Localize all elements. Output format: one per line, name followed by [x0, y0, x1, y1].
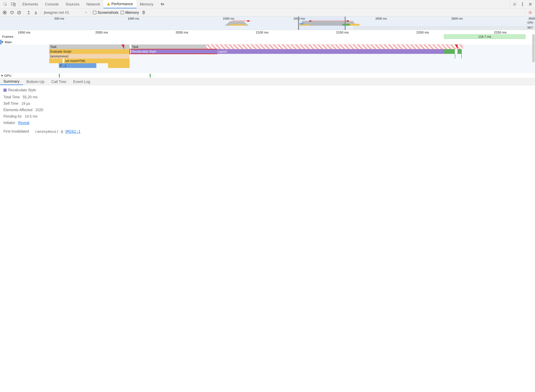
bar-label: (anonymous): [50, 55, 68, 58]
tab-elements[interactable]: Elements: [19, 0, 42, 8]
overview-selection[interactable]: [298, 17, 346, 30]
source-link[interactable]: VM262:1: [65, 130, 80, 134]
record-button[interactable]: [2, 10, 7, 15]
tab-label: Summary: [4, 79, 19, 84]
flame-bar[interactable]: [49, 59, 62, 63]
overview-minimap[interactable]: 500 ms 1000 ms 1500 ms 2000 ms 2500 ms 3…: [0, 17, 535, 30]
gpu-label: GPU: [4, 74, 11, 78]
device-toolbar-icon[interactable]: [11, 2, 16, 7]
kebab-menu-icon[interactable]: [520, 2, 525, 7]
tab-overflow[interactable]: [157, 0, 168, 8]
ruler-tick: 1950 ms: [18, 31, 30, 34]
tab-event-log[interactable]: Event Log: [70, 78, 94, 85]
download-profile-icon[interactable]: [33, 10, 38, 15]
flame-bar-evaluate-script[interactable]: Evaluate Script: [49, 49, 129, 54]
tab-label: Sources: [66, 2, 80, 6]
gpu-track: GPU: [0, 73, 535, 78]
performance-toolbar: jlwagner.net #1 Screenshots Memory: [0, 9, 535, 17]
main-track-header[interactable]: Main: [0, 40, 535, 44]
ov-tick: 1500 ms: [223, 17, 234, 20]
flame-bar[interactable]: [108, 63, 130, 68]
flame-bar-long-task[interactable]: [206, 44, 463, 49]
gpu-activity-tick[interactable]: [150, 74, 151, 78]
flame-bar-layout[interactable]: Layout: [217, 49, 444, 54]
tab-call-tree[interactable]: Call Tree: [48, 78, 70, 85]
checkbox-label: Memory: [125, 10, 139, 15]
svg-rect-2: [14, 4, 15, 6]
flame-bar-anonymous[interactable]: (anonymous): [49, 54, 129, 59]
kv-pending-for: Pending for 14.5 ms: [4, 114, 531, 118]
svg-point-4: [522, 2, 523, 3]
vertical-scrollbar[interactable]: [532, 34, 535, 62]
flame-chart[interactable]: Task Task Evaluate Script Recalculate St…: [0, 44, 535, 73]
ruler-tick: 2050 ms: [176, 31, 188, 34]
memory-checkbox[interactable]: Memory: [121, 10, 139, 15]
reveal-link[interactable]: Reveal: [18, 121, 29, 125]
flame-bar-sliver[interactable]: [461, 54, 462, 59]
tab-bottom-up[interactable]: Bottom-Up: [23, 78, 48, 85]
kv-value: 14.5 ms: [25, 114, 38, 118]
flame-bar-task[interactable]: Task: [49, 44, 129, 49]
svg-rect-17: [247, 20, 249, 22]
separator: [41, 10, 41, 15]
close-devtools-icon[interactable]: [528, 2, 533, 7]
svg-rect-15: [350, 24, 359, 26]
kv-value: 19 µs: [21, 102, 30, 106]
bar-label: set innerHTML: [65, 59, 86, 63]
tab-summary[interactable]: Summary: [0, 78, 23, 85]
main-label: Main: [5, 40, 12, 44]
gpu-track-header[interactable]: GPU: [0, 73, 535, 78]
settings-gear-icon[interactable]: [512, 2, 517, 7]
bar-label: Task: [50, 45, 56, 49]
capture-settings-gear-icon[interactable]: [528, 10, 533, 15]
long-task-marker-icon: [455, 44, 458, 49]
bar-label: Evaluate Script: [50, 50, 71, 53]
separator: [90, 10, 91, 15]
svg-rect-11: [230, 24, 246, 26]
trash-icon[interactable]: [141, 10, 146, 15]
frame-block[interactable]: 116.7 ms: [444, 34, 525, 39]
kv-total-time: Total Time 55.20 ms: [4, 95, 531, 99]
flamechart-area[interactable]: 1950 ms 2000 ms 2050 ms 2100 ms 2150 ms …: [0, 30, 535, 78]
upload-profile-icon[interactable]: [26, 10, 31, 15]
flame-bar-paint[interactable]: [457, 49, 462, 54]
svg-point-5: [522, 4, 523, 5]
inspect-element-icon[interactable]: [3, 2, 8, 7]
chevron-down-icon: [85, 12, 87, 13]
ruler-tick: 2200 ms: [416, 31, 429, 34]
tabbar-left-icons: [0, 0, 19, 8]
tab-memory[interactable]: Memory: [136, 0, 157, 8]
tab-network[interactable]: Network: [83, 0, 103, 8]
reload-record-button[interactable]: [9, 10, 14, 15]
tab-label: Bottom-Up: [27, 79, 44, 84]
screenshots-checkbox[interactable]: Screenshots: [93, 10, 118, 15]
event-type-swatch: [4, 89, 7, 92]
flame-bar-task[interactable]: Task: [131, 44, 206, 49]
kv-key: First Invalidated: [4, 129, 29, 134]
gpu-activity-tick[interactable]: [59, 74, 60, 78]
tab-label: Memory: [140, 2, 154, 6]
summary-pane: Recalculate Style Total Time 55.20 ms Se…: [0, 85, 535, 139]
ov-tick: 1000 ms: [128, 17, 139, 20]
kv-initiator: Initiator Reveal: [4, 121, 531, 125]
flame-bar-sliver[interactable]: [455, 54, 455, 59]
tab-label: Performance: [111, 2, 133, 6]
long-task-marker-icon: [121, 44, 124, 49]
flame-bar-paint[interactable]: [444, 49, 455, 54]
flame-bar-parse-html[interactable]: P…L: [59, 63, 96, 68]
tab-label: Elements: [22, 2, 38, 6]
ruler-tick: 2250 ms: [494, 31, 507, 34]
ruler-tick: 2000 ms: [95, 31, 108, 34]
disclosure-triangle-icon: [2, 42, 4, 43]
tab-sources[interactable]: Sources: [62, 0, 83, 8]
svg-point-8: [4, 12, 5, 13]
tab-console[interactable]: Console: [42, 0, 62, 8]
tab-performance[interactable]: Performance: [103, 0, 136, 8]
stack-at: @: [61, 130, 63, 134]
clear-button[interactable]: [17, 10, 22, 15]
ruler-tick: 2100 ms: [256, 31, 269, 34]
profile-dropdown[interactable]: jlwagner.net #1: [43, 10, 88, 15]
warning-icon: [107, 3, 110, 5]
flame-bar-set-innerhtml[interactable]: set innerHTML: [64, 59, 130, 63]
flame-bar-recalculate-style[interactable]: Recalculate Style: [131, 49, 217, 54]
